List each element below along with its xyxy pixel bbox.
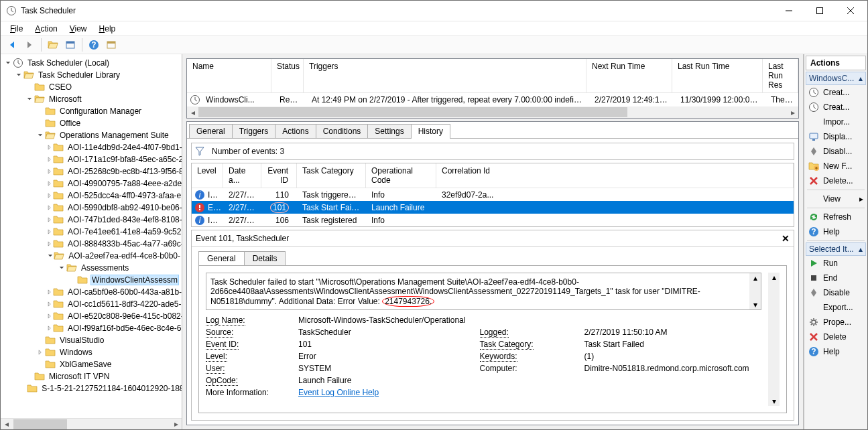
tree-microsoft[interactable]: Microsoft [1,93,182,105]
tab-triggers[interactable]: Triggers [232,124,276,138]
task-row[interactable]: WindowsCli... Ready At 12:49 PM on 2/27/… [187,93,798,106]
tab-history[interactable]: History [411,124,450,138]
tree-oms-child-6[interactable]: AOI-747b1ded-843e-4ef8-8108- [1,214,182,226]
tab-conditions[interactable]: Conditions [316,124,369,138]
task-h-scrollbar[interactable]: ◂▸ [187,106,798,118]
actions-group-selected[interactable]: Selected It...▴ [806,242,866,256]
ecol-level[interactable]: Level [192,163,223,188]
msg-v-scrollbar[interactable]: ▴▾ [749,273,761,309]
maximize-button[interactable] [804,1,835,21]
folder-icon [53,323,64,334]
tree-oms-child-8[interactable]: AOI-8884833b-45ac-4a77-a69c- [1,238,182,250]
ecol-corr[interactable]: Correlation Id [436,163,794,188]
tree-oms-child-3[interactable]: AOI-49900795-7a88-4eee-a2de- [1,177,182,190]
tree-root[interactable]: Task Scheduler (Local) [1,57,182,69]
tree-oms-child-4[interactable]: AOI-525dcc4a-4ff0-4973-afaa-e [1,190,182,202]
ecol-cat[interactable]: Task Category [297,163,366,188]
tree-oms-child-0[interactable]: AOI-11e4db9d-24e4-4f07-9bd1- [1,141,182,153]
kv-level: Error [298,352,476,361]
menu-file[interactable]: File [5,23,28,35]
minimize-button[interactable] [773,1,804,21]
folder-open-icon [34,94,45,104]
action-export[interactable]: Export... [806,300,866,315]
action-newf[interactable]: New F... [806,159,866,173]
ecol-date[interactable]: Date a... [223,163,261,188]
tree-msitvpn[interactable]: Microsoft IT VPN [1,370,182,382]
action-displa[interactable]: Displa... [806,129,866,144]
action-disable[interactable]: Disable [806,285,866,300]
tree-vs[interactable]: VisualStudio [1,334,182,346]
tree-office[interactable]: Office [1,117,182,129]
tree-oms-child-5[interactable]: AOI-5990dbf8-ab92-4910-be06- [1,202,182,214]
task-next: 2/27/2019 12:49:14 PM [589,95,675,104]
tree-cseo[interactable]: CSEO [1,81,182,93]
tree-oms-after-1[interactable]: AOI-cc1d5611-8df3-4220-ade5- [1,298,182,310]
action-help[interactable]: Help [806,344,866,359]
col-last[interactable]: Last Run Time [672,59,763,92]
col-result[interactable]: Last Run Res [763,59,798,92]
action-refresh[interactable]: Refresh [806,210,866,224]
folder-open-icon [23,70,34,80]
tree-wca[interactable]: WindowsClientAssessm [1,274,182,286]
menu-help[interactable]: Help [94,23,121,35]
action-delete[interactable]: Delete [806,330,866,344]
tree-library[interactable]: Task Scheduler Library [1,69,182,81]
tree-oms-child-2[interactable]: AOI-25268c9b-ec8b-4f13-9f56-8 [1,165,182,177]
nav-forward-button[interactable] [21,37,38,53]
menu-action[interactable]: Action [29,23,62,35]
ecol-op[interactable]: Operational Code [366,163,436,188]
tree-configmgr[interactable]: Configuration Manager [1,105,182,117]
col-status[interactable]: Status [271,59,304,92]
action-creat[interactable]: Creat... [806,100,866,115]
col-next[interactable]: Next Run Time [586,59,672,92]
funnel-icon[interactable] [194,146,205,157]
tool-folders-button[interactable] [45,37,61,53]
tool-panel2-button[interactable] [103,37,119,53]
action-end[interactable]: End [806,271,866,285]
tab-general[interactable]: General [189,124,233,138]
tree-windows[interactable]: Windows [1,346,182,358]
tree-assessments[interactable]: Assessments [1,262,182,274]
action-delete[interactable]: Delete... [806,173,866,188]
tool-panel-button[interactable] [62,37,78,53]
tree-oms-child-1[interactable]: AOI-171a1c9f-bfa8-45ec-a65c-2 [1,153,182,165]
nav-back-button[interactable] [4,37,20,53]
tab-actions[interactable]: Actions [275,124,316,138]
event-detail-close[interactable]: ✕ [782,233,790,244]
actions-group-task[interactable]: WindowsC...▴ [806,72,866,85]
ecol-eventid[interactable]: Event ID [261,163,297,188]
ed-tab-general[interactable]: General [198,251,245,265]
menu-view[interactable]: View [64,23,92,35]
ed-tab-details[interactable]: Details [244,251,286,265]
action-view[interactable]: View▸ [806,192,866,206]
tree-oms-after-2[interactable]: AOI-e520c808-9e6e-415c-b082- [1,310,182,322]
col-triggers[interactable]: Triggers [304,59,586,92]
col-name[interactable]: Name [187,59,271,92]
tree-oms-after-0[interactable]: AOI-ca5bf0e8-60b0-443a-a81b- [1,286,182,298]
detail-v-scrollbar[interactable]: ▴▾ [768,273,780,406]
action-prope[interactable]: Prope... [806,315,866,330]
refresh-icon [808,212,819,222]
action-impor[interactable]: Impor... [806,115,866,129]
tree-xbl[interactable]: XblGameSave [1,358,182,370]
event-detail-title: Event 101, TaskScheduler [196,234,289,243]
tree-oms-after-3[interactable]: AOI-f99af16f-bd5e-46ec-8c4e-6 [1,322,182,334]
action-disabl[interactable]: Disabl... [806,144,866,159]
tree-h-scrollbar[interactable]: ◂▸ [1,418,182,429]
filter-bar: Number of events: 3 [191,143,794,160]
action-creat[interactable]: Creat... [806,85,866,100]
close-button[interactable] [835,1,866,21]
event-row-1[interactable]: Error 2/27/2... 101 Task Start Failed La… [192,201,794,214]
action-run[interactable]: Run [806,256,866,271]
tree-oms[interactable]: Operations Management Suite [1,129,182,141]
event-row-2[interactable]: Inf... 2/27/2... 106 Task registered Inf… [192,214,794,226]
tree-oms-child-7[interactable]: AOI-7e41ee61-41e8-4a59-9c52- [1,226,182,238]
action-help[interactable]: Help [806,224,866,239]
event-log-help-link[interactable]: Event Log Online Help [298,388,379,397]
tool-help-button[interactable] [86,37,102,53]
tree-s1[interactable]: S-1-5-21-2127521184-1604012920-1887 [1,382,182,395]
tree-aoi-selected[interactable]: AOI-a2eef7ea-edf4-4ce8-b0b0- [1,250,182,262]
kv-user: SYSTEM [298,364,476,373]
event-row-0[interactable]: Inf... 2/27/2... 110 Task triggered ... … [192,188,794,201]
tab-settings[interactable]: Settings [367,124,411,138]
